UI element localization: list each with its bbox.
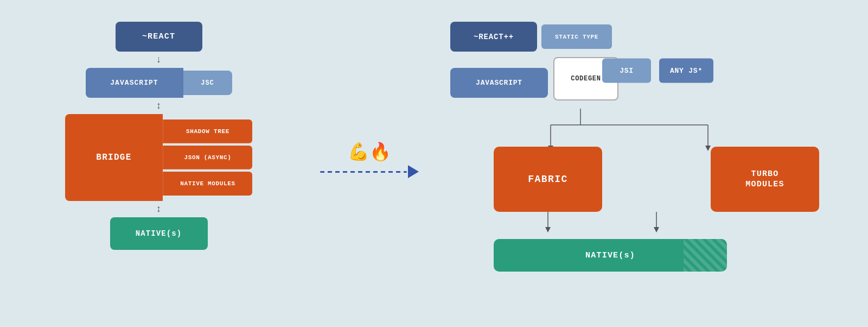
right-javascript-label: JAVASCRIPT [476,79,522,87]
right-native-row: NATIVE(s) [494,239,819,272]
right-react-box: ~REACT++ [450,22,537,52]
left-arrow-1 [156,52,162,68]
jsi-box: JSI [602,59,651,83]
left-bridge-label: BRIDGE [96,153,131,162]
left-react-label: ~REACT [142,32,175,41]
fabric-box: FABRIC [494,147,602,212]
native-modules-label: NATIVE MODULES [163,172,252,196]
fabric-label: FABRIC [528,174,567,185]
left-js-row: JAVASCRIPT JSC [86,68,232,98]
diagram-container: ~REACT JAVASCRIPT JSC BRIDGE SHADOW TREE [0,0,868,327]
left-bridge-row: BRIDGE SHADOW TREE JSON (ASYNC) NATIVE M… [65,114,252,201]
connector-lines [545,109,806,152]
right-top-row: ~REACT++ STATIC TYPE [450,22,819,52]
left-native-box: NATIVE(s) [110,217,208,250]
arrow-head [408,165,419,178]
turbo-modules-label: TURBO MODULES [745,169,784,190]
left-bridge-labels: SHADOW TREE JSON (ASYNC) NATIVE MODULES [163,120,252,196]
codegen-label: CODEGEN [571,75,601,83]
emoji-row: 💪🔥 [348,141,391,163]
any-js-box: ANY JS* [659,59,713,83]
right-js-section: JAVASCRIPT CODEGEN JSI ANY JS* [450,68,819,98]
right-diagram: ~REACT++ STATIC TYPE JAVASCRIPT CODEGEN … [450,22,819,272]
emoji-display: 💪🔥 [348,141,391,163]
right-static-type-box: STATIC TYPE [541,24,612,49]
left-javascript-box: JAVASCRIPT [86,68,183,98]
right-codegen-area: CODEGEN JSI ANY JS* [553,68,716,98]
native-modules-text: NATIVE MODULES [180,180,235,187]
right-bottom-modules: FABRIC TURBO MODULES [494,147,819,212]
json-async-text: JSON (ASYNC) [184,154,231,161]
left-jsc-box: JSC [183,71,232,95]
right-static-type-label: STATIC TYPE [555,34,598,40]
left-native-label: NATIVE(s) [136,229,182,238]
native-stripe [684,239,727,272]
right-react-label: ~REACT++ [474,33,514,41]
left-react-box: ~REACT [116,22,202,52]
svg-marker-8 [545,227,551,232]
shadow-tree-label: SHADOW TREE [163,120,252,143]
left-arrow-2 [156,98,162,114]
left-jsc-label: JSC [201,79,214,87]
turbo-modules-box: TURBO MODULES [711,147,819,212]
svg-marker-10 [654,227,659,232]
left-javascript-label: JAVASCRIPT [110,79,158,87]
left-arrow-3 [156,201,162,217]
left-bridge-box: BRIDGE [65,114,163,201]
right-js-row: JAVASCRIPT CODEGEN JSI ANY JS* [450,68,819,98]
middle-arrow: 💪🔥 [320,141,419,178]
right-javascript-box: JAVASCRIPT [450,68,548,98]
jsi-label: JSI [620,67,634,75]
left-diagram: ~REACT JAVASCRIPT JSC BRIDGE SHADOW TREE [65,22,252,250]
any-js-label: ANY JS* [670,67,703,75]
right-native-label: NATIVE(s) [585,251,635,260]
right-native-box: NATIVE(s) [494,239,727,272]
json-async-label: JSON (ASYNC) [163,146,252,169]
dashed-line [320,171,407,173]
shadow-tree-text: SHADOW TREE [186,128,229,135]
dashed-arrow [320,165,419,178]
bottom-connector-lines [494,212,754,239]
